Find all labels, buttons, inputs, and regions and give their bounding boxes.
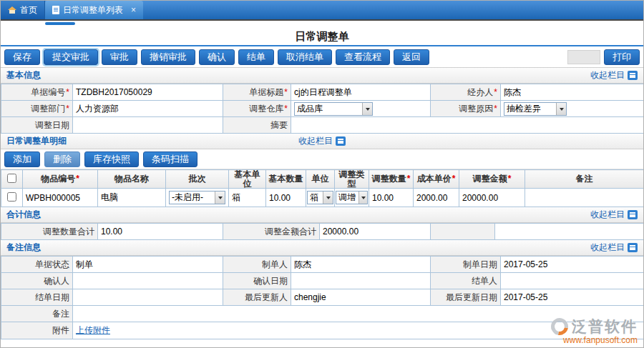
label-text: 经办人 — [467, 87, 493, 97]
col-adjust-type: 调整类型 — [335, 170, 369, 189]
confirm-button[interactable]: 确认 — [199, 49, 235, 65]
adjust-type-select[interactable]: 调增 — [336, 191, 368, 204]
dept-label: 调整部门* — [1, 101, 73, 117]
detail-header-row: 物品编号* 物品名称 批次 基本单位 基本数量 单位 调整类型 调整数量* 成本… — [1, 170, 644, 189]
tab-home[interactable]: 首页 — [1, 1, 45, 19]
total-qty-value: 10.00 — [98, 224, 223, 240]
section-title-detail: 日常调整单明细 — [6, 135, 67, 147]
item-no-field[interactable]: WPBH000005 — [23, 189, 98, 207]
adjust-qty-field[interactable]: 10.00 — [369, 189, 414, 207]
required-mark: * — [76, 174, 79, 184]
print-button[interactable]: 打印 — [604, 49, 640, 65]
col-label: 物品编号 — [41, 174, 75, 184]
add-button[interactable]: 添加 — [4, 151, 40, 167]
confirm-date-value — [291, 273, 431, 289]
totals-grid: 调整数量合计 10.00 调整金额合计 20000.00 — [1, 223, 644, 240]
creator-label: 制单人 — [223, 257, 291, 273]
unit-cost-field[interactable]: 2000.00 — [414, 189, 459, 207]
label-text: 单据标题 — [249, 87, 283, 97]
label-text: 调整原因 — [459, 104, 493, 114]
doc-title-field[interactable]: cj的日程调整单 — [291, 84, 431, 101]
last-update-date-label: 最后更新日期 — [431, 289, 501, 306]
scrollbar-thumb[interactable] — [45, 22, 75, 25]
watermark-brand: 泛普软件 — [572, 317, 638, 337]
col-remark: 备注 — [525, 170, 644, 189]
stock-snapshot-button[interactable]: 库存快照 — [84, 151, 139, 167]
collapse-icon — [628, 243, 638, 252]
return-button[interactable]: 返回 — [394, 49, 429, 65]
last-updater-value: chengjie — [291, 289, 431, 306]
tab-home-label: 首页 — [20, 4, 37, 16]
adjust-type-cell: 调增 — [335, 189, 369, 207]
save-button[interactable]: 保存 — [4, 49, 40, 65]
chevron-down-icon — [358, 192, 367, 204]
collapse-icon — [628, 210, 638, 219]
basic-info-grid: 单据编号* TZDBH2017050029 单据标题* cj的日程调整单 经办人… — [1, 84, 644, 134]
barcode-scan-button[interactable]: 条码扫描 — [143, 151, 197, 167]
required-mark: * — [494, 104, 497, 114]
submit-approval-button[interactable]: 提交审批 — [44, 49, 98, 65]
required-mark: * — [284, 87, 288, 97]
collapse-icon — [628, 71, 638, 80]
watermark: 泛普软件 www.fanpusoft.com — [551, 317, 638, 345]
collapse-remarks-link[interactable]: 收起栏目 — [590, 242, 638, 254]
close-icon[interactable]: × — [131, 6, 136, 14]
remarks-row-3: 结单日期 最后更新人 chengjie 最后更新日期 2017-05-25 — [1, 289, 644, 306]
adjust-type-select-value: 调增 — [338, 192, 356, 204]
close-date-label: 结单日期 — [1, 289, 73, 306]
page-title: 日常调整单 — [1, 26, 643, 46]
delete-button[interactable]: 删除 — [44, 151, 80, 167]
dept-field[interactable]: 人力资源部 — [73, 101, 223, 117]
unit-cell: 箱 — [306, 189, 335, 207]
remarks-attachment-row: 附件 上传附件 — [1, 322, 644, 339]
section-title-basic: 基本信息 — [6, 69, 41, 81]
required-mark: * — [66, 104, 69, 114]
collapse-detail-link[interactable]: 收起栏目 — [298, 135, 346, 147]
app-window: 首页 日常调整单列表 × 日常调整单 保存 提交审批 审批 撤销审批 确认 结单… — [0, 0, 644, 348]
creator-value: 陈杰 — [291, 257, 431, 273]
operator-field[interactable]: 陈杰 — [501, 84, 644, 101]
attachment-label: 附件 — [1, 322, 73, 339]
detail-toolbar: 添加 删除 库存快照 条码扫描 — [1, 149, 643, 169]
reason-select[interactable]: 抽检差异 — [504, 102, 567, 116]
view-flow-button[interactable]: 查看流程 — [336, 49, 390, 65]
label-text: 调整仓库 — [249, 104, 283, 114]
section-header-totals: 合计信息 收起栏目 — [1, 207, 643, 223]
detail-table: 物品编号* 物品名称 批次 基本单位 基本数量 单位 调整类型 调整数量* 成本… — [1, 169, 644, 207]
warehouse-select[interactable]: 成品库 — [294, 102, 373, 116]
close-date-value — [73, 289, 223, 306]
cancel-close-button[interactable]: 取消结单 — [278, 49, 332, 65]
summary-field[interactable] — [291, 117, 644, 134]
confirmer-label: 确认人 — [1, 273, 73, 289]
batch-cell: -未启用- — [166, 189, 229, 207]
reason-select-value: 抽检差异 — [507, 103, 541, 115]
amount-field: 20000.00 — [459, 189, 525, 207]
empty-value-cell — [495, 224, 644, 240]
collapse-totals-link[interactable]: 收起栏目 — [590, 209, 638, 221]
unit-select[interactable]: 箱 — [307, 191, 333, 204]
label-text: 调整部门 — [31, 104, 65, 114]
doc-no-field[interactable]: TZDBH2017050029 — [73, 84, 223, 101]
item-name-field[interactable]: 电脑 — [98, 189, 166, 207]
section-header-basic: 基本信息 收起栏目 — [1, 68, 643, 84]
close-order-button[interactable]: 结单 — [238, 49, 274, 65]
col-adjust-qty: 调整数量* — [369, 170, 414, 189]
col-amount: 调整金额* — [459, 170, 525, 189]
adjust-date-field[interactable] — [73, 117, 223, 134]
approve-button[interactable]: 审批 — [102, 49, 137, 65]
col-base-qty: 基本数量 — [266, 170, 306, 189]
upload-attachment-link[interactable]: 上传附件 — [76, 325, 110, 335]
batch-select[interactable]: -未启用- — [169, 191, 225, 204]
select-all-checkbox[interactable] — [7, 174, 16, 183]
row-checkbox[interactable] — [7, 192, 16, 202]
col-item-name: 物品名称 — [98, 170, 166, 189]
tab-adjustment-list[interactable]: 日常调整单列表 × — [45, 1, 143, 19]
col-label: 调整数量 — [372, 174, 406, 184]
revoke-approval-button[interactable]: 撤销审批 — [141, 49, 195, 65]
section-header-remarks: 备注信息 收起栏目 — [1, 240, 643, 256]
collapse-basic-link[interactable]: 收起栏目 — [590, 69, 638, 81]
remark-field[interactable] — [525, 189, 644, 207]
adjust-date-label: 调整日期 — [1, 117, 73, 134]
section-title-totals: 合计信息 — [6, 209, 41, 221]
collapse-remarks-label: 收起栏目 — [590, 242, 625, 254]
